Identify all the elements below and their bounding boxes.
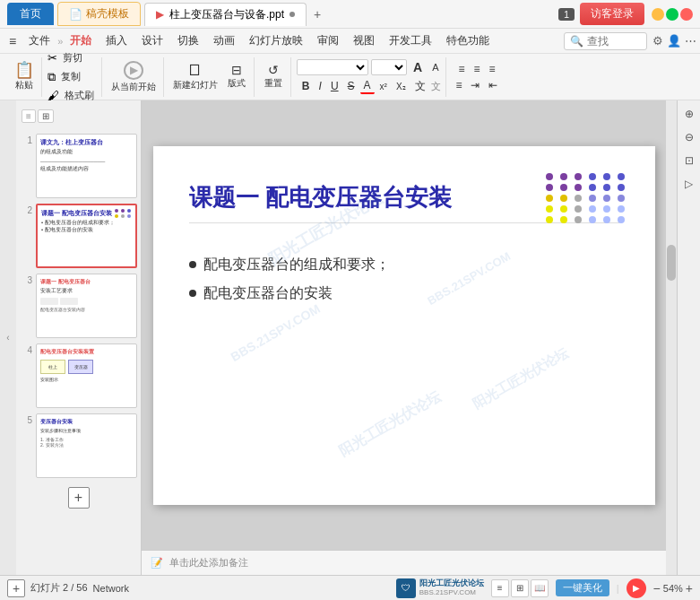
search-input[interactable] [587, 35, 641, 48]
dot-item [575, 184, 582, 191]
fit-page-button[interactable]: ⊡ [679, 151, 699, 170]
slide-thumb-4[interactable]: 4 配电变压器台安装装置 柱上 变压器 安装图示 [20, 343, 137, 408]
add-slide-status-button[interactable]: + [7, 579, 25, 597]
align-center-button[interactable]: ≡ [470, 62, 483, 76]
settings-icon[interactable]: ⚙ [652, 34, 663, 48]
indent-decrease-button[interactable]: ⇤ [485, 78, 501, 92]
shell-tab[interactable]: 📄 稿壳模板 [57, 2, 141, 26]
slide-num-2: 2 [20, 205, 32, 215]
minimize-button[interactable] [652, 8, 664, 21]
thumbnail-view-btn[interactable]: ⊞ [38, 109, 54, 123]
slide-bullets[interactable]: 配电变压器台的组成和要求； 配电变压器台的安装 [153, 232, 655, 326]
bullet-1: 配电变压器台的组成和要求； [189, 250, 619, 279]
strikethrough-button[interactable]: S [344, 79, 359, 93]
bold-button[interactable]: B [298, 79, 314, 93]
right-panel-button[interactable]: ▷ [679, 174, 699, 194]
more-icon[interactable]: ⋯ [685, 34, 696, 48]
underline-button[interactable]: U [327, 79, 342, 93]
zoom-in-status-button[interactable]: + [686, 581, 693, 596]
vertical-scrollbar[interactable] [666, 100, 677, 575]
align-right-button[interactable]: ≡ [485, 62, 498, 76]
indent-increase-button[interactable]: ⇥ [467, 78, 483, 92]
slide-main[interactable]: 阳光工匠光伏论坛 BBS.21SPV.COM 阳光工匠光伏论坛 BBS.21SP… [153, 146, 655, 505]
file-tab[interactable]: ▶ 柱上变压器台与设备.ppt [144, 3, 307, 26]
menu-review[interactable]: 审阅 [310, 30, 346, 52]
menu-insert[interactable]: 插入 [99, 30, 134, 52]
close-button[interactable] [680, 8, 693, 21]
font-color-button[interactable]: A [360, 78, 375, 94]
notes-bar[interactable]: 📝 单击此处添加备注 [142, 550, 666, 575]
slide-thumb-2[interactable]: 2 课题一 配电变压器台安装 • 配电变压器台的组成和要求； • 配电变压器台的… [20, 204, 137, 268]
view-grid-button[interactable]: ⊞ [511, 579, 529, 597]
slide-image-3[interactable]: 课题一 配电变压器台 安装工艺要求 配电变压器台安装内容 [36, 274, 137, 338]
align-justify-button[interactable]: ≡ [452, 78, 465, 92]
reset-button[interactable]: ↺ 重置 [260, 59, 287, 95]
maximize-button[interactable] [666, 8, 678, 21]
scrollbar-thumb[interactable] [667, 245, 676, 281]
menu-devtools[interactable]: 开发工具 [382, 30, 439, 52]
slide-thumb-5[interactable]: 5 变压器台安装 安装步骤和注意事项 1. 准备工作2. 安装方法 [20, 413, 137, 478]
layout-icon: ⊟ [231, 64, 242, 76]
slide-canvas[interactable]: 阳光工匠光伏论坛 BBS.21SPV.COM 阳光工匠光伏论坛 BBS.21SP… [142, 100, 666, 550]
dot-item [546, 216, 553, 223]
align-left-button[interactable]: ≡ [454, 62, 468, 76]
right-toolbar: ⊕ ⊖ ⊡ ▷ [677, 100, 700, 575]
reset-group: ↺ 重置 [256, 57, 291, 97]
font-size-decrease[interactable]: A [428, 61, 442, 74]
slide-image-5[interactable]: 变压器台安装 安装步骤和注意事项 1. 准备工作2. 安装方法 [36, 413, 137, 478]
copy-button[interactable]: 复制 [57, 68, 84, 85]
layout-button[interactable]: ⊟ 版式 [223, 59, 250, 95]
dot-item [546, 205, 553, 213]
one-key-beautify-button[interactable]: 一键美化 [556, 579, 609, 596]
zoom-level: 54% [663, 583, 683, 594]
visitor-login-button[interactable]: 访客登录 [580, 3, 644, 25]
dot-item [603, 184, 610, 191]
outline-view-btn[interactable]: ≡ [22, 109, 36, 123]
play-slideshow-button[interactable]: ▶ [627, 578, 646, 598]
add-slide-button[interactable]: + [68, 487, 90, 509]
new-tab-button[interactable]: + [307, 5, 328, 23]
slide-num-3: 3 [20, 275, 32, 285]
logo-area: 🛡 阳光工匠光伏论坛 BBS.21SPV.COM [396, 578, 484, 598]
paste-button[interactable]: 📋 粘贴 [11, 59, 38, 95]
menu-animation[interactable]: 动画 [206, 30, 242, 52]
zoom-out-status-button[interactable]: − [653, 581, 661, 596]
font-size-increase[interactable]: A [410, 59, 426, 75]
main-area: ‹ ≡ ⊞ 1 课文九：柱上变压器台 的组成及功能 ──────────────… [0, 100, 700, 575]
zoom-out-button[interactable]: ⊖ [679, 127, 699, 147]
bullet-2: 配电变压器台的安装 [189, 279, 619, 308]
font-group: A A B I U S A x² X₂ 文 文 [293, 57, 446, 97]
slide-thumb-3[interactable]: 3 课题一 配电变压器台 安装工艺要求 配电变压器台安装内容 [20, 274, 137, 338]
superscript-button[interactable]: x² [376, 81, 391, 92]
new-slide-button[interactable]: 🗌 新建幻灯片 [169, 59, 221, 95]
cut-button[interactable]: 剪切 [59, 49, 86, 66]
zoom-in-button[interactable]: ⊕ [679, 104, 699, 124]
subscript-button[interactable]: X₂ [393, 81, 410, 92]
dot-item [546, 173, 553, 180]
char-spacing-button[interactable]: 文 [411, 78, 429, 95]
view-list-button[interactable]: ≡ [491, 579, 509, 597]
italic-button[interactable]: I [315, 79, 325, 93]
panel-toggle[interactable]: ‹ [0, 100, 16, 575]
dot-item [546, 195, 553, 202]
dot-item [618, 184, 625, 191]
home-tab[interactable]: 首页 [7, 3, 54, 25]
menu-design[interactable]: 设计 [134, 30, 170, 52]
view-reading-button[interactable]: 📖 [531, 579, 549, 597]
menu-slideshow[interactable]: 幻灯片放映 [242, 30, 310, 52]
hamburger-menu[interactable]: ≡ [4, 32, 22, 50]
dot-item [589, 173, 596, 180]
font-name-select[interactable] [297, 59, 368, 75]
slideshow-button[interactable]: ▶ 从当前开始 [108, 59, 160, 95]
slide-image-2[interactable]: 课题一 配电变压器台安装 • 配电变压器台的组成和要求； • 配电变压器台的安装 [36, 204, 137, 268]
slide-thumb-1[interactable]: 1 课文九：柱上变压器台 的组成及功能 ───────────────── 组成… [20, 134, 137, 198]
slide-num-4: 4 [20, 345, 32, 355]
slide-image-4[interactable]: 配电变压器台安装装置 柱上 变压器 安装图示 [36, 343, 137, 408]
font-size-select[interactable] [371, 59, 407, 75]
user-icon[interactable]: 👤 [667, 34, 681, 48]
slide-image-1[interactable]: 课文九：柱上变压器台 的组成及功能 ───────────────── 组成及功… [36, 134, 137, 198]
slide-num-5: 5 [20, 415, 32, 425]
menu-view[interactable]: 视图 [346, 30, 382, 52]
menu-special[interactable]: 特色功能 [439, 30, 497, 52]
menu-switch[interactable]: 切换 [170, 30, 206, 52]
